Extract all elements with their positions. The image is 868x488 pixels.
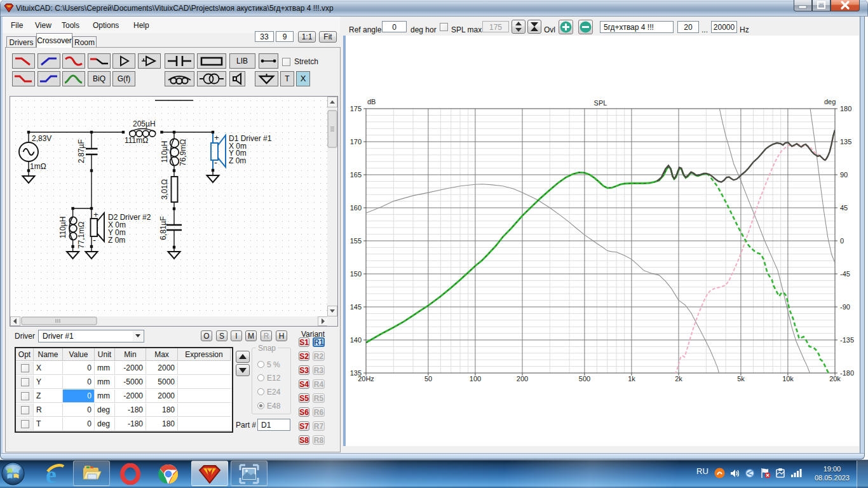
svg-text:10k: 10k <box>782 375 794 383</box>
svg-text:-135: -135 <box>840 336 854 344</box>
svg-text:1mΩ: 1mΩ <box>30 162 46 171</box>
svg-text:135: 135 <box>840 138 851 146</box>
svg-text:50: 50 <box>424 375 432 383</box>
svg-text:205µH: 205µH <box>133 119 156 128</box>
svg-text:5k: 5k <box>737 375 745 383</box>
svg-text:6,81µF: 6,81µF <box>159 216 168 240</box>
svg-text:155: 155 <box>350 237 362 245</box>
svg-text:+: + <box>214 133 219 142</box>
svg-text:2,83V: 2,83V <box>32 134 51 143</box>
svg-text:150: 150 <box>350 270 362 278</box>
svg-text:170: 170 <box>350 138 362 146</box>
svg-text:45: 45 <box>840 204 848 212</box>
svg-text:+: + <box>93 210 98 219</box>
svg-text:-: - <box>214 157 217 168</box>
svg-text:0: 0 <box>840 237 844 245</box>
svg-text:20Hz: 20Hz <box>358 375 374 383</box>
svg-text:110µH: 110µH <box>160 141 169 163</box>
svg-text:-: - <box>93 234 96 245</box>
svg-text:G(f): G(f) <box>118 74 131 83</box>
svg-text:BiQ: BiQ <box>93 74 105 83</box>
svg-text:145: 145 <box>350 303 362 311</box>
svg-text:165: 165 <box>350 171 362 179</box>
svg-text:X: X <box>301 74 306 83</box>
svg-text:76,9mΩ: 76,9mΩ <box>179 139 187 166</box>
svg-text:deg: deg <box>824 98 836 105</box>
svg-text:100: 100 <box>470 375 481 383</box>
svg-text:160: 160 <box>350 204 362 212</box>
svg-text:111mΩ: 111mΩ <box>125 136 148 145</box>
svg-text:90: 90 <box>840 171 848 179</box>
svg-text:500: 500 <box>579 375 590 383</box>
svg-text:LIB: LIB <box>236 57 248 65</box>
svg-text:Z 0m: Z 0m <box>229 156 246 165</box>
svg-text:175: 175 <box>350 105 362 112</box>
svg-text:-180: -180 <box>840 369 854 377</box>
svg-text:77,1mΩ: 77,1mΩ <box>77 222 86 248</box>
svg-text:1k: 1k <box>628 375 635 383</box>
svg-text:-45: -45 <box>840 270 850 278</box>
svg-text:180: 180 <box>840 105 851 112</box>
svg-text:3,01Ω: 3,01Ω <box>160 179 169 200</box>
svg-text:20k: 20k <box>829 375 841 383</box>
svg-text:140: 140 <box>350 336 362 344</box>
svg-text:200: 200 <box>517 375 528 383</box>
svg-text:dB: dB <box>367 98 376 105</box>
svg-text:T: T <box>285 74 290 83</box>
svg-text:110µH: 110µH <box>58 217 67 239</box>
svg-text:Z 0m: Z 0m <box>108 236 125 245</box>
svg-text:2k: 2k <box>675 375 682 383</box>
svg-text:2,87µF: 2,87µF <box>77 139 86 163</box>
svg-text:-90: -90 <box>840 303 850 311</box>
svg-text:SPL: SPL <box>594 99 607 107</box>
